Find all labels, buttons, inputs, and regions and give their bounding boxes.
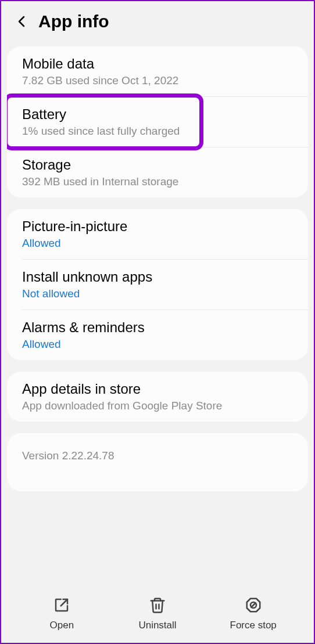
back-icon[interactable] [15, 15, 29, 28]
install-unknown-title: Install unknown apps [22, 269, 294, 285]
pip-item[interactable]: Picture-in-picture Allowed [7, 209, 308, 259]
open-icon [53, 596, 70, 614]
permissions-card: Picture-in-picture Allowed Install unkno… [7, 209, 308, 360]
svg-line-5 [251, 603, 256, 607]
battery-item[interactable]: Battery 1% used since last fully charged [7, 97, 308, 147]
mobile-data-title: Mobile data [22, 56, 294, 72]
storage-title: Storage [22, 157, 294, 173]
storage-item[interactable]: Storage 392 MB used in Internal storage [7, 147, 308, 197]
pip-status: Allowed [22, 237, 294, 250]
install-unknown-status: Not allowed [22, 287, 294, 300]
alarms-title: Alarms & reminders [22, 319, 294, 336]
alarms-status: Allowed [22, 338, 294, 351]
trash-icon [149, 596, 166, 614]
stop-icon [245, 596, 262, 614]
bottom-bar: Open Uninstall Force stop [2, 586, 313, 643]
uninstall-label: Uninstall [138, 620, 176, 631]
force-stop-label: Force stop [230, 620, 277, 631]
uninstall-button[interactable]: Uninstall [110, 596, 206, 631]
pip-title: Picture-in-picture [22, 218, 294, 235]
battery-title: Battery [22, 106, 294, 123]
version-text: Version 2.22.24.78 [22, 449, 293, 462]
version-card: Version 2.22.24.78 [7, 433, 308, 491]
storage-subtitle: 392 MB used in Internal storage [22, 175, 294, 188]
mobile-data-item[interactable]: Mobile data 7.82 GB used since Oct 1, 20… [7, 46, 308, 96]
force-stop-button[interactable]: Force stop [205, 596, 301, 631]
alarms-item[interactable]: Alarms & reminders Allowed [7, 310, 308, 360]
app-header: App info [1, 1, 314, 43]
page-title: App info [38, 12, 109, 31]
battery-subtitle: 1% used since last fully charged [22, 125, 294, 138]
usage-card: Mobile data 7.82 GB used since Oct 1, 20… [7, 46, 308, 197]
store-card: App details in store App downloaded from… [7, 372, 308, 422]
store-subtitle: App downloaded from Google Play Store [22, 400, 294, 412]
install-unknown-item[interactable]: Install unknown apps Not allowed [7, 260, 308, 310]
svg-line-0 [61, 599, 67, 606]
store-title: App details in store [22, 381, 294, 397]
store-item[interactable]: App details in store App downloaded from… [7, 372, 308, 422]
open-button[interactable]: Open [14, 596, 110, 631]
open-label: Open [50, 620, 74, 631]
mobile-data-subtitle: 7.82 GB used since Oct 1, 2022 [22, 74, 294, 87]
